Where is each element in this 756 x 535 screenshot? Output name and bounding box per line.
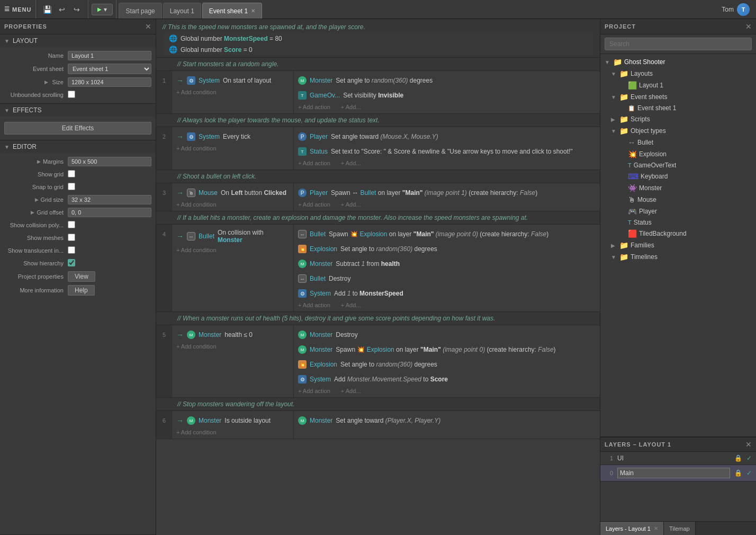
event-sheet-select[interactable]: Event sheet 1: [68, 64, 151, 74]
grid-size-input[interactable]: [68, 195, 151, 204]
event-5-action-2-obj[interactable]: Monster: [310, 346, 332, 353]
event-4-add-condition[interactable]: + Add condition: [172, 246, 293, 254]
tree-scripts[interactable]: ▶ 📁 Scripts: [600, 113, 756, 125]
event-6-action-1[interactable]: M Monster Set angle toward (Player.X, Pl…: [294, 413, 600, 428]
run-button[interactable]: ▶ ▾: [92, 4, 113, 15]
event-4-add-action[interactable]: + Add action + Add...: [294, 301, 600, 309]
bottom-tab-tilemap[interactable]: Tilemap: [664, 522, 696, 535]
event-5-action-1-obj[interactable]: Monster: [310, 331, 332, 338]
event-4-obj[interactable]: Bullet: [199, 233, 214, 240]
event-4-action-3-obj[interactable]: Monster: [310, 260, 332, 268]
layout-section-header[interactable]: ▼ LAYOUT: [0, 34, 156, 47]
redo-button[interactable]: ↪: [70, 3, 84, 16]
effects-section-header[interactable]: ▼ EFFECTS: [0, 104, 156, 117]
event-2-action-2[interactable]: T Status Set text to "Score: " & Score &…: [294, 144, 600, 159]
bottom-tab-layers[interactable]: Layers - Layout 1 ✕: [600, 522, 664, 535]
event-4-action-5[interactable]: ⚙ System Add 1 to MonsterSpeed: [294, 286, 600, 301]
margins-input[interactable]: [68, 157, 151, 166]
layer-lock-ui[interactable]: 🔒: [734, 454, 742, 462]
name-input[interactable]: [68, 51, 151, 60]
save-button[interactable]: 💾: [40, 3, 54, 16]
event-4-condition[interactable]: → ↔ Bullet On collision with Monster: [172, 227, 293, 246]
event-5-add-condition[interactable]: + Add condition: [172, 342, 293, 351]
tree-families[interactable]: ▶ 📁 Families: [600, 239, 756, 251]
event-1-add-condition[interactable]: + Add condition: [172, 88, 293, 96]
layer-row-ui[interactable]: 1 UI 🔒 ✓: [600, 452, 756, 465]
event-3-add-condition[interactable]: + Add condition: [172, 200, 293, 209]
search-input[interactable]: [605, 38, 752, 50]
tree-monster[interactable]: 👾 Monster: [600, 182, 756, 194]
tree-layouts[interactable]: ▼ 📁 Layouts: [600, 68, 756, 79]
event-5-obj[interactable]: Monster: [199, 331, 221, 338]
layer-vis-ui[interactable]: ✓: [746, 454, 752, 462]
tree-bullet[interactable]: ↔ Bullet: [600, 137, 756, 148]
show-grid-checkbox[interactable]: [68, 170, 75, 177]
tree-player[interactable]: 🎮 Player: [600, 206, 756, 217]
tree-event-sheets[interactable]: ▼ 📁 Event sheets: [600, 91, 756, 103]
grid-offset-input[interactable]: [68, 208, 151, 217]
project-props-button[interactable]: View: [68, 271, 95, 282]
tab-layout1[interactable]: Layout 1: [163, 3, 201, 19]
tree-mouse[interactable]: 🖱 Mouse: [600, 194, 756, 206]
event-5-add-action[interactable]: + Add action + Add...: [294, 387, 600, 395]
event-2-action-1[interactable]: P Player Set angle toward (Mouse.X, Mous…: [294, 129, 600, 144]
layers-close[interactable]: ✕: [745, 440, 752, 449]
event-1-action-1-obj[interactable]: Monster: [310, 77, 332, 84]
meshes-checkbox[interactable]: [68, 234, 75, 241]
event-5-condition[interactable]: → M Monster health ≤ 0: [172, 327, 293, 342]
event-2-condition[interactable]: → ⚙ System Every tick: [172, 129, 293, 144]
tab-startpage[interactable]: Start page: [119, 3, 161, 19]
tree-tiledbg[interactable]: 🟥 TiledBackground: [600, 228, 756, 239]
layer-name-main-input[interactable]: [617, 468, 730, 478]
event-5-action-2[interactable]: M Monster Spawn 💥 Explosion on layer "Ma…: [294, 342, 600, 357]
event-1-action-2-obj[interactable]: GameOv...: [310, 92, 340, 99]
tree-timelines[interactable]: ▼ 📁 Timelines: [600, 251, 756, 263]
editor-section-header[interactable]: ▼ EDITOR: [0, 140, 156, 153]
event-5-action-1[interactable]: M Monster Destroy: [294, 327, 600, 342]
tree-keyboard[interactable]: ⌨ Keyboard: [600, 171, 756, 182]
event-1-add-action[interactable]: + Add action + Add...: [294, 103, 600, 111]
layer-lock-main[interactable]: 🔒: [734, 469, 742, 477]
event-1-condition[interactable]: → ⚙ System On start of layout: [172, 73, 293, 88]
event-4-action-5-obj[interactable]: System: [310, 290, 331, 297]
event-1-action-1[interactable]: M Monster Set angle to random(360) degre…: [294, 73, 600, 88]
hierarchy-checkbox[interactable]: [68, 259, 75, 266]
event-2-action-1-obj[interactable]: Player: [310, 133, 328, 140]
edit-effects-button[interactable]: Edit Effects: [4, 122, 151, 135]
tab-eventsheet1[interactable]: Event sheet 1 ✕: [202, 3, 262, 19]
project-close[interactable]: ✕: [745, 22, 752, 31]
event-4-action-2-obj[interactable]: Explosion: [310, 245, 337, 253]
event-6-add-condition[interactable]: + Add condition: [172, 428, 293, 436]
properties-close[interactable]: ✕: [145, 22, 151, 31]
unbounded-checkbox[interactable]: [68, 91, 75, 98]
event-4-action-4-obj[interactable]: Bullet: [310, 275, 326, 282]
tree-layout1[interactable]: 🟩 Layout 1: [600, 79, 756, 91]
menu-button[interactable]: ☰ MENU: [0, 0, 36, 19]
translucent-checkbox[interactable]: [68, 246, 75, 254]
event-3-action-1-obj[interactable]: Player: [310, 189, 328, 197]
collision-checkbox[interactable]: [68, 221, 75, 228]
event-5-action-4[interactable]: ⚙ System Add Monster.Movement.Speed to S…: [294, 372, 600, 387]
layer-vis-main[interactable]: ✓: [746, 469, 752, 477]
tree-status[interactable]: T Status: [600, 217, 756, 228]
snap-grid-checkbox[interactable]: [68, 183, 75, 190]
bottom-tab-layers-close[interactable]: ✕: [654, 525, 658, 531]
event-6-condition[interactable]: → M Monster Is outside layout: [172, 413, 293, 428]
event-3-condition[interactable]: → 🖱 Mouse On Left button Clicked: [172, 185, 293, 200]
event-2-add-action[interactable]: + Add action + Add...: [294, 159, 600, 167]
event-2-action-2-obj[interactable]: Status: [310, 148, 328, 155]
event-4-action-2[interactable]: 💥 Explosion Set angle to random(360) deg…: [294, 242, 600, 256]
tree-eventsheet1[interactable]: 📋 Event sheet 1: [600, 103, 756, 113]
event-4-action-1[interactable]: ↔ Bullet Spawn 💥 Explosion on layer "Mai…: [294, 227, 600, 242]
tree-object-types[interactable]: ▼ 📁 Object types: [600, 125, 756, 137]
event-2-add-condition[interactable]: + Add condition: [172, 144, 293, 153]
event-5-action-4-obj[interactable]: System: [310, 376, 331, 383]
more-info-button[interactable]: Help: [68, 285, 95, 296]
event-4-action-1-obj[interactable]: Bullet: [310, 230, 326, 238]
event-5-action-3[interactable]: 💥 Explosion Set angle to random(360) deg…: [294, 357, 600, 372]
event-2-obj[interactable]: System: [199, 133, 220, 140]
tree-root[interactable]: ▼ 📁 Ghost Shooter: [600, 56, 756, 68]
tree-explosion[interactable]: 💥 Explosion: [600, 148, 756, 160]
tab-eventsheet1-close[interactable]: ✕: [251, 8, 255, 14]
event-6-action-1-obj[interactable]: Monster: [310, 417, 332, 424]
